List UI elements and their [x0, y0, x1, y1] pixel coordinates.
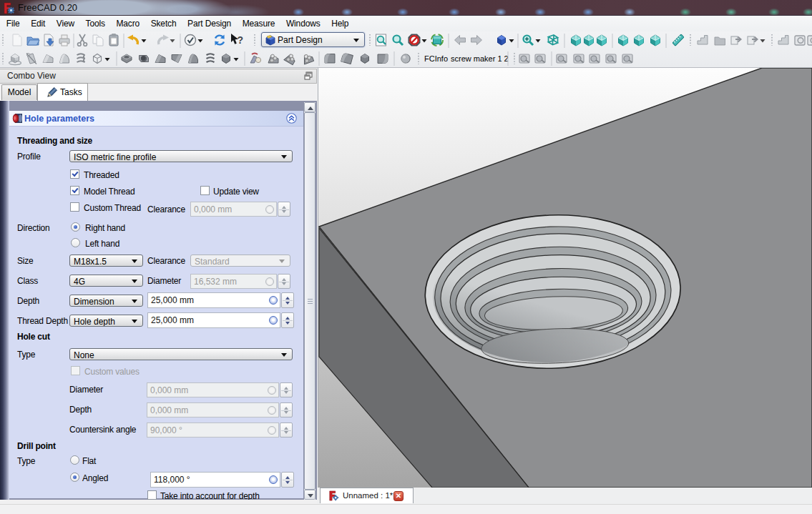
svg-text:screw maker 1 2: screw maker 1 2 [451, 54, 509, 63]
svg-text:FCInfo: FCInfo [424, 54, 448, 63]
